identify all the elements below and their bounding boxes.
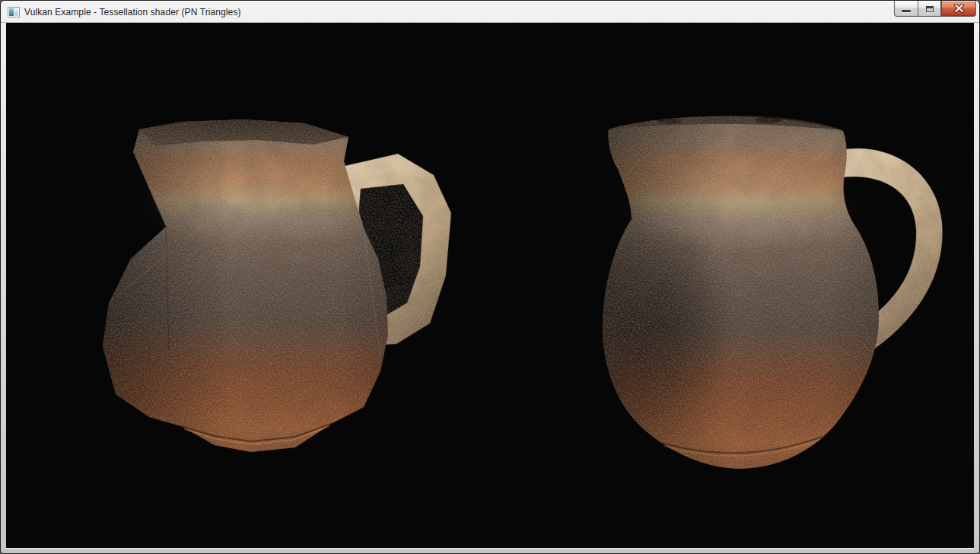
jug-tessellated: [586, 108, 954, 479]
render-viewport[interactable]: [6, 23, 974, 548]
jug-low-poly: [96, 111, 464, 463]
maximize-icon: [926, 6, 934, 12]
maximize-button[interactable]: [918, 1, 941, 17]
app-window: Vulkan Example - Tessellation shader (PN…: [0, 0, 980, 554]
window-title: Vulkan Example - Tessellation shader (PN…: [24, 7, 241, 18]
close-button[interactable]: [941, 1, 976, 17]
scene-svg: [6, 23, 974, 548]
close-icon: [953, 4, 965, 13]
window-controls: [894, 1, 976, 17]
app-icon: [8, 7, 20, 18]
titlebar[interactable]: Vulkan Example - Tessellation shader (PN…: [1, 1, 979, 23]
minimize-button[interactable]: [894, 1, 918, 17]
minimize-icon: [902, 10, 911, 12]
